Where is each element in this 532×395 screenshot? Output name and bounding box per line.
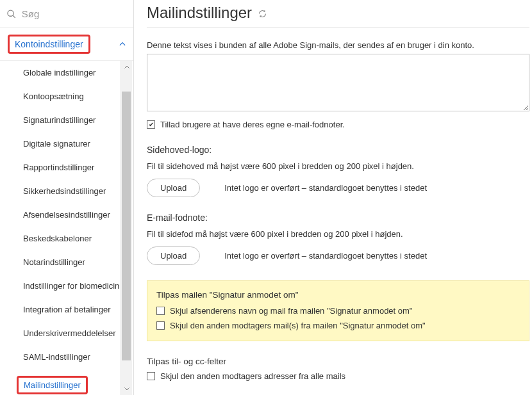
custom-sign-mail-section: Tilpas mailen "Signatur anmodet om" Skju… xyxy=(147,280,529,341)
hide-sender-checkbox[interactable] xyxy=(156,307,165,315)
chevron-up-icon xyxy=(118,40,127,49)
sidebar-item-label: Beskedskabeloner xyxy=(23,234,92,243)
sidebar-item-mail-settings[interactable]: Mailindstillinger xyxy=(0,369,133,395)
allow-own-footnotes-checkbox[interactable] xyxy=(147,120,155,129)
upload-header-logo-button[interactable]: Upload xyxy=(147,179,200,197)
footer-logo-hint: Fil til sidefod må højst være 600 pixel … xyxy=(147,229,529,239)
account-settings-label: Kontoindstillinger xyxy=(8,35,90,54)
hide-sender-label: Skjul afsenderens navn og mail fra maile… xyxy=(170,306,413,316)
sidebar-item-security-settings[interactable]: Sikkerhedsindstillinger xyxy=(0,179,133,203)
sidebar-item-label: Indstillinger for biomedicin xyxy=(23,281,119,291)
custom-cc-title: Tilpas til- og cc-felter xyxy=(147,357,529,366)
sidebar-item-report-settings[interactable]: Rapportindstillinger xyxy=(0,156,133,179)
search-row xyxy=(0,0,133,28)
sidebar-item-label: Integration af betalinger xyxy=(23,305,111,314)
hide-other-addresses-checkbox[interactable] xyxy=(147,372,155,380)
footer-text-section: Denne tekst vises i bunden af alle Adobe… xyxy=(147,40,529,129)
sidebar-item-send-settings[interactable]: Afsendelsesindstillinger xyxy=(0,203,133,227)
nav-list: Globale indstillinger Kontoopsætning Sig… xyxy=(0,61,133,395)
page-title: Mailindstillinger xyxy=(147,4,252,22)
sidebar-item-signature-settings[interactable]: Signaturindstillinger xyxy=(0,108,133,132)
sidebar-item-label: Signaturindstillinger xyxy=(23,115,96,125)
sidebar-item-biomed-settings[interactable]: Indstillinger for biomedicin xyxy=(0,274,133,298)
upload-footer-logo-button[interactable]: Upload xyxy=(147,246,200,265)
main-panel: Mailindstillinger Denne tekst vises i bu… xyxy=(134,0,532,395)
sidebar-item-digital-signatures[interactable]: Digitale signaturer xyxy=(0,132,133,156)
sidebar-item-label: Underskrivermeddelelser xyxy=(23,328,116,338)
custom-cc-section: Tilpas til- og cc-felter Skjul den anden… xyxy=(147,357,529,381)
scroll-up-icon[interactable] xyxy=(123,63,131,71)
sidebar-item-global-settings[interactable]: Globale indstillinger xyxy=(0,61,133,85)
sidebar-item-message-templates[interactable]: Beskedskabeloner xyxy=(0,227,133,250)
svg-point-0 xyxy=(8,10,13,16)
header-logo-status: Intet logo er overført – standardlogoet … xyxy=(224,183,427,193)
hide-other-addresses-label: Skjul den anden modtagers adresser fra a… xyxy=(160,371,345,381)
custom-sign-mail-title: Tilpas mailen "Signatur anmodet om" xyxy=(156,290,520,300)
footer-text-input[interactable] xyxy=(147,54,529,111)
sidebar-item-label: Rapportindstillinger xyxy=(23,163,94,172)
hide-other-recipient-row[interactable]: Skjul den anden modtagers mail(s) fra ma… xyxy=(156,321,520,330)
allow-own-footnotes-label: Tillad brugere at have deres egne e-mail… xyxy=(160,120,345,129)
hide-other-recipient-checkbox[interactable] xyxy=(156,321,165,330)
hide-other-recipient-label: Skjul den anden modtagers mail(s) fra ma… xyxy=(170,321,426,330)
search-icon xyxy=(6,8,17,20)
sidebar-item-notary-settings[interactable]: Notarindstillinger xyxy=(0,250,133,274)
sidebar: Kontoindstillinger Globale indstillinger… xyxy=(0,0,134,395)
scrollbar[interactable] xyxy=(121,61,132,395)
footer-logo-section: E-mail-fodnote: Fil til sidefod må højst… xyxy=(147,213,529,265)
footer-text-desc: Denne tekst vises i bunden af alle Adobe… xyxy=(147,40,529,50)
sidebar-item-label: Afsendelsesindstillinger xyxy=(23,210,110,220)
sidebar-item-label: Mailindstillinger xyxy=(17,376,88,394)
header-logo-hint: Fil til sidehoved må højst være 600 pixe… xyxy=(147,161,529,171)
header-logo-title: Sidehoved-logo: xyxy=(147,145,529,155)
sidebar-item-label: Globale indstillinger xyxy=(23,68,96,77)
header-logo-section: Sidehoved-logo: Fil til sidehoved må høj… xyxy=(147,145,529,197)
sidebar-item-label: Sikkerhedsindstillinger xyxy=(23,186,106,196)
sidebar-item-label: Kontoopsætning xyxy=(23,92,84,101)
sidebar-item-saml-settings[interactable]: SAML-indstillinger xyxy=(0,345,133,369)
sidebar-item-label: SAML-indstillinger xyxy=(23,352,90,362)
sidebar-item-label: Digitale signaturer xyxy=(23,139,90,149)
sidebar-item-signer-messages[interactable]: Underskrivermeddelelser xyxy=(0,321,133,345)
hide-sender-row[interactable]: Skjul afsenderens navn og mail fra maile… xyxy=(156,306,520,316)
search-input[interactable] xyxy=(22,8,127,19)
scroll-down-icon[interactable] xyxy=(123,385,131,392)
refresh-icon[interactable] xyxy=(258,10,267,18)
scrollbar-thumb[interactable] xyxy=(122,92,131,360)
allow-own-footnotes-row[interactable]: Tillad brugere at have deres egne e-mail… xyxy=(147,120,529,129)
page-title-row: Mailindstillinger xyxy=(147,4,529,28)
hide-other-addresses-row[interactable]: Skjul den anden modtagers adresser fra a… xyxy=(147,371,529,381)
sidebar-item-payment-integration[interactable]: Integration af betalinger xyxy=(0,298,133,321)
footer-logo-status: Intet logo er overført – standardlogoet … xyxy=(224,251,427,261)
account-settings-header[interactable]: Kontoindstillinger xyxy=(0,28,133,61)
sidebar-item-label: Notarindstillinger xyxy=(23,257,85,267)
sidebar-item-account-setup[interactable]: Kontoopsætning xyxy=(0,85,133,108)
footer-logo-title: E-mail-fodnote: xyxy=(147,213,529,223)
svg-line-1 xyxy=(13,15,15,17)
